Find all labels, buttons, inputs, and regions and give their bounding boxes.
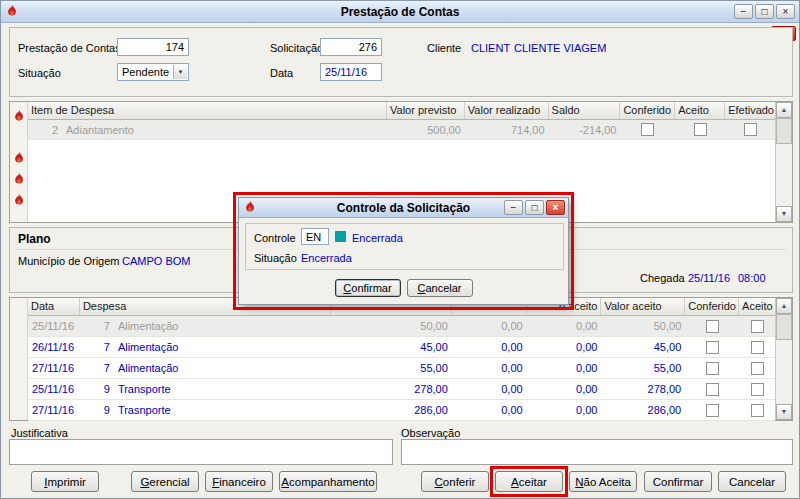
conferido-checkbox[interactable] (641, 123, 654, 136)
dialog-cancelar-button[interactable]: Cancelar (407, 279, 473, 297)
table-row[interactable]: 2Adiantamento 500,00 714,00 -214,00 (28, 120, 775, 140)
conferido-checkbox[interactable] (706, 383, 719, 396)
valor-realizado-cell: 0,00 (452, 404, 527, 416)
prestacao-input[interactable]: 174 (117, 38, 189, 56)
data-cell: 25/11/16 (28, 320, 80, 332)
grid-indicator-column (10, 102, 28, 222)
despesa-cell: 7Alimentação (80, 320, 331, 332)
despesa-grid-header: Item de Despesa Valor previsto Valor rea… (28, 102, 775, 120)
cancelar-button[interactable]: Cancelar (718, 471, 786, 492)
table-row[interactable]: 25/11/16 9Transporte 278,00 0,00 0,00 27… (28, 379, 775, 400)
aceito-checkbox[interactable] (694, 123, 707, 136)
scroll-down-icon[interactable]: ▼ (776, 404, 792, 420)
efetivado-checkbox[interactable] (744, 123, 757, 136)
aceito-checkbox[interactable] (751, 404, 764, 417)
conferido-checkbox[interactable] (706, 320, 719, 333)
close-button[interactable]: × (776, 4, 795, 19)
vertical-scrollbar[interactable]: ▲ ▼ (775, 102, 792, 222)
row-marker-flame-icon (13, 173, 25, 186)
vertical-scrollbar[interactable]: ▲ ▼ (775, 298, 792, 420)
scroll-up-icon[interactable]: ▲ (776, 102, 792, 118)
chegada-time: 08:00 (738, 272, 766, 284)
table-row[interactable]: 27/11/16 9Trasnporte 286,00 0,00 0,00 28… (28, 400, 775, 421)
valor-aceito-cell: 50,00 (601, 320, 685, 332)
conferido-checkbox[interactable] (706, 404, 719, 417)
scrollbar-thumb[interactable] (776, 314, 792, 340)
chegada-date: 25/11/16 (688, 272, 730, 284)
scrollbar-thumb[interactable] (776, 118, 792, 144)
column-header-conferido: Conferido (620, 102, 675, 119)
dialog-close-button[interactable]: × (546, 200, 565, 215)
maximize-button[interactable]: □ (755, 4, 774, 19)
conferido-cell (685, 383, 739, 396)
valor-realizado-cell: 0,00 (452, 341, 527, 353)
despesa-name: Alimentação (118, 320, 179, 332)
cliente-name: CLIENTE VIAGEM (514, 42, 606, 54)
aceito-checkbox[interactable] (751, 320, 764, 333)
dialog-maximize-button[interactable]: □ (525, 200, 544, 215)
valor-realizado-cell: 0,00 (452, 320, 527, 332)
valor-previsto-cell: 500,00 (387, 124, 465, 136)
acompanhamento-button[interactable]: Acompanhamento (279, 471, 377, 492)
imprimir-button[interactable]: Imprimir (31, 471, 99, 492)
confirmar-button[interactable]: Confirmar (644, 471, 712, 492)
lancamentos-grid: Data Despesa o aceito Valor aceito Confe… (9, 297, 793, 421)
aceito-checkbox[interactable] (751, 341, 764, 354)
controle-input[interactable]: EN (301, 228, 329, 245)
justificativa-input[interactable] (9, 439, 393, 465)
dialog-confirmar-button[interactable]: Confirmar (335, 279, 401, 297)
despesa-cell: 7Alimentação (80, 341, 331, 353)
valor-nao-aceito-cell: 0,00 (527, 404, 602, 416)
situacao-select[interactable]: Pendente ▼ (117, 63, 189, 81)
chevron-down-icon[interactable]: ▼ (173, 65, 187, 79)
aceitar-button[interactable]: Aceitar (495, 471, 563, 492)
table-row[interactable]: 27/11/16 7Alimentação 55,00 0,00 0,00 55… (28, 358, 775, 379)
dialog-window-controls: − □ × (504, 200, 565, 215)
column-header-aceito: Aceito (739, 298, 775, 315)
chegada-label: Chegada (640, 272, 685, 284)
item-code: 2 (32, 124, 58, 136)
valor-previsto-cell: 286,00 (331, 404, 452, 416)
despesa-name: Alimentação (118, 362, 179, 374)
plano-title: Plano (18, 232, 51, 246)
despesa-cell: 9Trasnporte (80, 404, 331, 416)
scroll-up-icon[interactable]: ▲ (776, 298, 792, 314)
table-row[interactable]: 25/11/16 7Alimentação 50,00 0,00 0,00 50… (28, 316, 775, 337)
conferir-button[interactable]: Conferir (421, 471, 489, 492)
conferido-cell (620, 123, 675, 136)
dialog-minimize-button[interactable]: − (504, 200, 523, 215)
dialog-title-bar[interactable]: Controle da Solicitação − □ × (239, 198, 568, 218)
observacao-input[interactable] (401, 439, 793, 465)
conferido-checkbox[interactable] (706, 341, 719, 354)
row-marker-flame-icon (13, 194, 25, 207)
despesa-name: Trasnporte (118, 404, 171, 416)
conferido-checkbox[interactable] (706, 362, 719, 375)
financeiro-button[interactable]: Financeiro (205, 471, 273, 492)
title-bar[interactable]: Prestação de Contas − □ × (1, 1, 799, 23)
situacao-label: Situação (18, 67, 61, 79)
dialog-situacao-value: Encerrada (301, 252, 352, 264)
header-form-panel: Prestação de Contas 174 Solicitação 276 … (9, 27, 793, 97)
data-label: Data (270, 67, 293, 79)
grid-indicator-column (10, 298, 28, 420)
aceito-checkbox[interactable] (751, 383, 764, 396)
table-row[interactable]: 26/11/16 7Alimentação 45,00 0,00 0,00 45… (28, 337, 775, 358)
saldo-cell: -214,00 (549, 124, 621, 136)
data-input[interactable]: 25/11/16 (320, 63, 382, 81)
column-header-saldo: Saldo (549, 102, 621, 119)
scroll-down-icon[interactable]: ▼ (776, 206, 792, 222)
valor-previsto-cell: 50,00 (331, 320, 452, 332)
nao-aceita-button[interactable]: Não Aceita (569, 471, 637, 492)
data-cell: 27/11/16 (28, 362, 80, 374)
solicitacao-input[interactable]: 276 (320, 38, 382, 56)
valor-nao-aceito-cell: 0,00 (527, 383, 602, 395)
despesa-code: 9 (84, 404, 110, 416)
gerencial-button[interactable]: Gerencial (131, 471, 199, 492)
municipio-origem-value: CAMPO BOM (122, 255, 190, 267)
column-header-valor-aceito: Valor aceito (601, 298, 685, 315)
aceito-cell (675, 123, 725, 136)
minimize-button[interactable]: − (734, 4, 753, 19)
aceito-checkbox[interactable] (751, 362, 764, 375)
cliente-label: Cliente (427, 42, 461, 54)
valor-nao-aceito-cell: 0,00 (527, 362, 602, 374)
